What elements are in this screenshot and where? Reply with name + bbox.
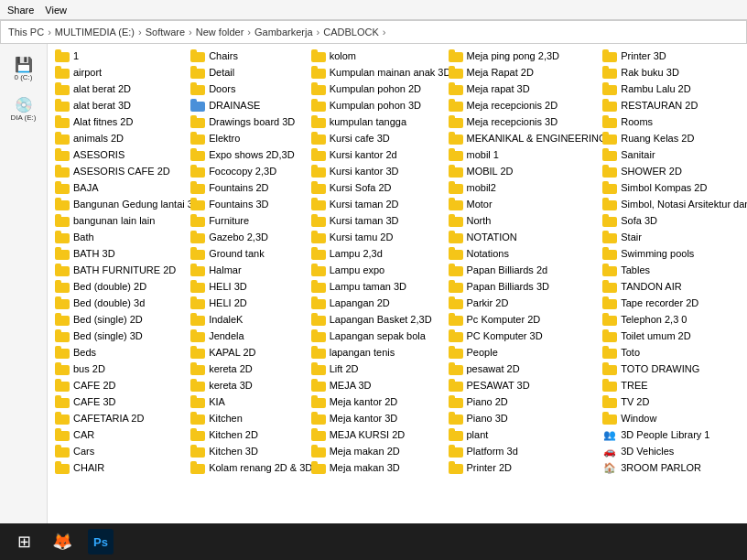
list-item[interactable]: ASESORIS CAFE 2D	[51, 163, 187, 179]
list-item[interactable]: Furniture	[187, 212, 308, 229]
list-item[interactable]: Parkir 2D	[445, 295, 600, 311]
list-item[interactable]: Telephon 2,3 0	[599, 311, 743, 328]
list-item[interactable]: Bed (single) 3D	[51, 328, 187, 344]
list-item[interactable]: Kursi Sofa 2D	[308, 179, 445, 196]
list-item[interactable]: Alat fitnes 2D	[51, 113, 187, 130]
list-item[interactable]: 🚗 3D Vehicles	[599, 443, 743, 459]
list-item[interactable]: Lampu expo	[308, 262, 445, 278]
list-item[interactable]: TOTO DRAWING	[599, 361, 743, 377]
list-item[interactable]: Simbol Kompas 2D	[599, 179, 743, 196]
list-item[interactable]: People	[445, 344, 600, 361]
menu-share[interactable]: Share	[7, 5, 34, 16]
list-item[interactable]: Piano 2D	[445, 393, 600, 410]
breadcrumb-newfolder[interactable]: New folder	[196, 27, 244, 38]
breadcrumb-software[interactable]: Software	[146, 27, 185, 38]
list-item[interactable]: Lapangan 2D	[308, 295, 445, 311]
list-item[interactable]: kereta 2D	[187, 361, 308, 377]
list-item[interactable]: pesawat 2D	[445, 361, 600, 377]
list-item[interactable]: Meja makan 3D	[308, 459, 445, 476]
list-item[interactable]: Piano 3D	[445, 410, 600, 426]
sidebar-item-c[interactable]: 💾 0 (C:)	[6, 51, 41, 86]
list-item[interactable]: Sanitair	[599, 146, 743, 163]
list-item[interactable]: MOBIL 2D	[445, 163, 600, 179]
list-item[interactable]: BATH 3D	[51, 245, 187, 262]
list-item[interactable]: Doors	[187, 81, 308, 97]
list-item[interactable]: Papan Billiards 2d	[445, 262, 600, 278]
list-item[interactable]: animals 2D	[51, 130, 187, 146]
list-item[interactable]: Kitchen	[187, 410, 308, 426]
list-item[interactable]: MEJA 3D	[308, 377, 445, 393]
list-item[interactable]: IndaleK	[187, 311, 308, 328]
list-item[interactable]: 1	[51, 48, 187, 64]
list-item[interactable]: RESTAURAN 2D	[599, 97, 743, 113]
list-item[interactable]: Chairs	[187, 48, 308, 64]
list-item[interactable]: MEJA KURSI 2D	[308, 426, 445, 443]
list-item[interactable]: Kursi kantor 2d	[308, 146, 445, 163]
list-item[interactable]: MEKANIKAL & ENGINEERING	[445, 130, 600, 146]
list-item[interactable]: Rak buku 3D	[599, 64, 743, 81]
list-item[interactable]: Ruang Kelas 2D	[599, 130, 743, 146]
list-item[interactable]: 👥 3D People Library 1	[599, 426, 743, 443]
list-item[interactable]: Toilet umum 2D	[599, 328, 743, 344]
list-item[interactable]: kereta 3D	[187, 377, 308, 393]
list-item[interactable]: Meja rapat 3D	[445, 81, 600, 97]
list-item[interactable]: Kumpulan pohon 2D	[308, 81, 445, 97]
list-item[interactable]: Meja kantor 3D	[308, 410, 445, 426]
list-item[interactable]: Window	[599, 410, 743, 426]
list-item[interactable]: alat berat 3D	[51, 97, 187, 113]
list-item[interactable]: HELI 2D	[187, 295, 308, 311]
list-item[interactable]: Detail	[187, 64, 308, 81]
list-item[interactable]: HELI 3D	[187, 278, 308, 295]
list-item[interactable]: Lampu 2,3d	[308, 245, 445, 262]
list-item[interactable]: airport	[51, 64, 187, 81]
list-item[interactable]: KIA	[187, 393, 308, 410]
list-item[interactable]: Kursi taman 3D	[308, 212, 445, 229]
list-item[interactable]: Sofa 3D	[599, 212, 743, 229]
list-item[interactable]: TANDON AIR	[599, 278, 743, 295]
list-item[interactable]: Jendela	[187, 328, 308, 344]
list-item[interactable]: Lapangan sepak bola	[308, 328, 445, 344]
menu-view[interactable]: View	[45, 5, 67, 16]
list-item[interactable]: kolom	[308, 48, 445, 64]
list-item[interactable]: Meja recepcionis 3D	[445, 113, 600, 130]
list-item[interactable]: Toto	[599, 344, 743, 361]
list-item[interactable]: CAFE 3D	[51, 393, 187, 410]
list-item[interactable]: Kitchen 2D	[187, 426, 308, 443]
list-item[interactable]: plant	[445, 426, 600, 443]
list-item[interactable]: Elektro	[187, 130, 308, 146]
list-item[interactable]: Bed (single) 2D	[51, 311, 187, 328]
list-item[interactable]: Halmar	[187, 262, 308, 278]
breadcrumb-thispc[interactable]: This PC	[8, 27, 44, 38]
list-item[interactable]: Notations	[445, 245, 600, 262]
sidebar-item-e[interactable]: 💿 DIA (E:)	[6, 92, 41, 126]
list-item[interactable]: Simbol, Notasi Arsitektur dan	[599, 196, 743, 212]
list-item[interactable]: Kursi kantor 3D	[308, 163, 445, 179]
list-item[interactable]: Cars	[51, 443, 187, 459]
list-item[interactable]: Meja recepcionis 2D	[445, 97, 600, 113]
list-item[interactable]: Kitchen 3D	[187, 443, 308, 459]
list-item[interactable]: Ground tank	[187, 245, 308, 262]
list-item[interactable]: Kumpulan mainan anak 3D	[308, 64, 445, 81]
list-item[interactable]: Drawings board 3D	[187, 113, 308, 130]
list-item[interactable]: Meja makan 2D	[308, 443, 445, 459]
list-item[interactable]: Motor	[445, 196, 600, 212]
list-item[interactable]: Kumpulan pohon 3D	[308, 97, 445, 113]
breadcrumb-cadblock[interactable]: CADBLOCK	[323, 27, 379, 38]
list-item[interactable]: Expo shows 2D,3D	[187, 146, 308, 163]
list-item[interactable]: Beds	[51, 344, 187, 361]
list-item[interactable]: Fountains 3D	[187, 196, 308, 212]
list-item[interactable]: Rooms	[599, 113, 743, 130]
list-item[interactable]: Printer 3D	[599, 48, 743, 64]
list-item[interactable]: CAFE 2D	[51, 377, 187, 393]
list-item[interactable]: mobil2	[445, 179, 600, 196]
list-item[interactable]: Papan Billiards 3D	[445, 278, 600, 295]
breadcrumb-gambarkerja[interactable]: Gambarkerja	[254, 27, 313, 38]
list-item[interactable]: ASESORIS	[51, 146, 187, 163]
list-item[interactable]: BAJA	[51, 179, 187, 196]
list-item[interactable]: CHAIR	[51, 459, 187, 476]
list-item[interactable]: Printer 2D	[445, 459, 600, 476]
list-item[interactable]: Bed (double) 2D	[51, 278, 187, 295]
list-item[interactable]: Meja Rapat 2D	[445, 64, 600, 81]
list-item[interactable]: Fococopy 2,3D	[187, 163, 308, 179]
list-item[interactable]: Kursi taman 2D	[308, 196, 445, 212]
